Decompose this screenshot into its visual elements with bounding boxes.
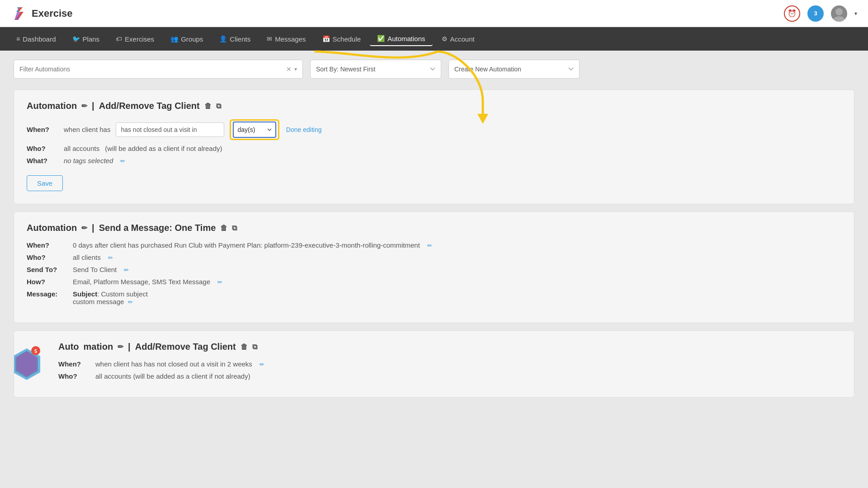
nav-label-plans: Plans: [83, 35, 100, 43]
automation-2-who-row: Who? all clients ✏: [27, 253, 841, 261]
automation-1-who-suffix: (will be added as a client if not alread…: [105, 145, 222, 152]
automation-1-what-edit-icon[interactable]: ✏: [120, 158, 125, 164]
nav-label-dashboard: Dashboard: [23, 35, 56, 43]
automation-1-who-label: Who?: [27, 145, 58, 152]
nav-item-automations[interactable]: ✅ Automations: [370, 32, 432, 46]
automation-3-title: Automation ✏ | Add/Remove Tag Client 🗑 ⧉: [58, 342, 841, 352]
automation-3-who-value: all accounts (will be added as a client …: [95, 372, 250, 380]
automation-1-when-row: When? when client has day(s) week(s): [27, 119, 841, 140]
nav-label-automations: Automations: [387, 35, 425, 42]
automation-1-when-input[interactable]: [116, 122, 224, 137]
main-content: ✕ ▾ Sort By: Newest First Oldest First N…: [0, 51, 868, 414]
filter-dropdown-icon[interactable]: ▾: [294, 66, 297, 72]
automations-icon: ✅: [377, 35, 385, 42]
automation-2-sendto-label: Send To?: [27, 266, 67, 273]
automation-2-message-label: Message:: [27, 290, 67, 298]
automation-3-edit-icon[interactable]: ✏: [118, 343, 123, 351]
automation-2-edit-icon[interactable]: ✏: [81, 224, 87, 232]
groups-icon: 👥: [170, 35, 178, 42]
notification-overlay: 5: [14, 346, 45, 382]
automation-2-subject-colon: : Custom subject: [97, 290, 148, 298]
nav-item-plans[interactable]: 🐦 Plans: [65, 33, 107, 46]
messages-icon: ✉: [267, 35, 272, 42]
exercises-icon: 🏷: [116, 35, 122, 42]
nav-label-groups: Groups: [181, 35, 203, 43]
dashboard-icon: ≡: [16, 35, 20, 42]
automation-1-period-select[interactable]: day(s) week(s) month(s): [233, 122, 276, 138]
automation-2-who-edit-icon[interactable]: ✏: [108, 254, 113, 261]
automation-1-when-label: When?: [27, 126, 58, 133]
filter-input-wrap: ✕ ▾: [14, 60, 303, 79]
automation-3-copy-icon[interactable]: ⧉: [252, 343, 257, 351]
nav-label-clients: Clients: [230, 35, 250, 43]
automation-2-sendto-row: Send To? Send To Client ✏: [27, 266, 841, 273]
svg-point-3: [835, 8, 843, 15]
nav-item-groups[interactable]: 👥 Groups: [163, 33, 210, 46]
filter-automations-input[interactable]: [19, 66, 286, 73]
automation-1-edit-icon[interactable]: ✏: [81, 102, 87, 110]
automation-2-when-edit-icon[interactable]: ✏: [427, 242, 432, 249]
automation-1-what-label: What?: [27, 157, 58, 164]
nav-item-exercises[interactable]: 🏷 Exercises: [108, 33, 161, 46]
avatar-chevron-icon[interactable]: ▾: [854, 10, 857, 17]
automation-2-message-value: Subject: Custom subject custom message ✏: [73, 290, 148, 305]
nav-item-clients[interactable]: 👤 Clients: [212, 33, 258, 46]
automation-1-title-text: Automation: [27, 101, 77, 111]
clock-icon-button[interactable]: ⏰: [784, 5, 800, 22]
automation-2-body-edit-icon[interactable]: ✏: [128, 299, 133, 305]
automation-2-how-label: How?: [27, 278, 67, 286]
automation-2-how-row: How? Email, Platform Message, SMS Text M…: [27, 278, 841, 286]
automation-2-how-value: Email, Platform Message, SMS Text Messag…: [73, 278, 210, 286]
app-name: Exercise: [32, 8, 73, 19]
automation-3-separator: |: [128, 342, 131, 352]
svg-text:5: 5: [34, 348, 37, 354]
automation-2-sendto-edit-icon[interactable]: ✏: [124, 267, 129, 273]
app-logo-area: Exercise: [11, 5, 73, 22]
automation-3-title-text: mation: [84, 342, 113, 352]
automation-3-who-label: Who?: [58, 372, 90, 380]
automation-2-when-row: When? 0 days after client has purchased …: [27, 241, 841, 249]
automation-2-who-value: all clients: [73, 253, 101, 261]
automation-2-trash-icon[interactable]: 🗑: [220, 224, 227, 232]
automation-3-when-edit-icon[interactable]: ✏: [259, 361, 264, 368]
clients-icon: 👤: [219, 35, 227, 42]
automation-2-copy-icon[interactable]: ⧉: [232, 224, 237, 232]
automation-1-subtitle: Add/Remove Tag Client: [99, 101, 200, 111]
automation-card-2: Automation ✏ | Send a Message: One Time …: [14, 211, 854, 323]
automation-3-who-row: Who? all accounts (will be added as a cl…: [58, 372, 841, 380]
nav-item-dashboard[interactable]: ≡ Dashboard: [9, 33, 63, 46]
automation-2-sendto-value: Send To Client: [73, 266, 117, 273]
filter-bar: ✕ ▾ Sort By: Newest First Oldest First N…: [14, 60, 854, 79]
automation-1-save-button[interactable]: Save: [27, 175, 63, 191]
nav-label-exercises: Exercises: [125, 35, 154, 43]
avatar-button[interactable]: [831, 5, 847, 22]
automation-2-when-value: 0 days after client has purchased Run Cl…: [73, 241, 420, 249]
svg-point-4: [833, 16, 845, 22]
nav-item-account[interactable]: ⚙ Account: [434, 33, 482, 46]
automation-2-how-edit-icon[interactable]: ✏: [217, 279, 222, 286]
automation-card-1: Automation ✏ | Add/Remove Tag Client 🗑 ⧉…: [14, 89, 854, 204]
automation-3-when-label: When?: [58, 360, 90, 368]
create-new-automation-select[interactable]: Create New Automation From Template: [448, 60, 580, 79]
automation-3-trash-icon[interactable]: 🗑: [241, 343, 248, 351]
automation-2-who-label: Who?: [27, 253, 67, 261]
automation-1-done-editing-link[interactable]: Done editing: [286, 126, 322, 133]
nav-item-messages[interactable]: ✉ Messages: [259, 33, 313, 46]
filter-clear-icon[interactable]: ✕: [286, 66, 292, 73]
nav-bar: ≡ Dashboard 🐦 Plans 🏷 Exercises 👥 Groups…: [0, 27, 868, 51]
automation-2-message-row: Message: Subject: Custom subject custom …: [27, 290, 841, 305]
notifications-button[interactable]: 3: [807, 5, 824, 22]
nav-item-schedule[interactable]: 📅 Schedule: [315, 33, 368, 46]
automation-3-when-row: When? when client has has not closed out…: [58, 360, 841, 368]
automation-3-when-value: when client has has not closed out a vis…: [95, 360, 252, 368]
automation-1-who-value: all accounts: [64, 145, 99, 152]
account-icon: ⚙: [442, 35, 448, 42]
svg-marker-5: [477, 114, 488, 124]
automation-1-trash-icon[interactable]: 🗑: [204, 102, 212, 110]
automation-3-title-prefix: Auto: [58, 342, 79, 352]
schedule-icon: 📅: [322, 35, 330, 42]
automation-2-title: Automation ✏ | Send a Message: One Time …: [27, 223, 841, 233]
automation-1-when-prefix: when client has: [64, 126, 110, 133]
automation-1-copy-icon[interactable]: ⧉: [216, 102, 221, 110]
sort-by-select[interactable]: Sort By: Newest First Oldest First Name …: [310, 60, 441, 79]
